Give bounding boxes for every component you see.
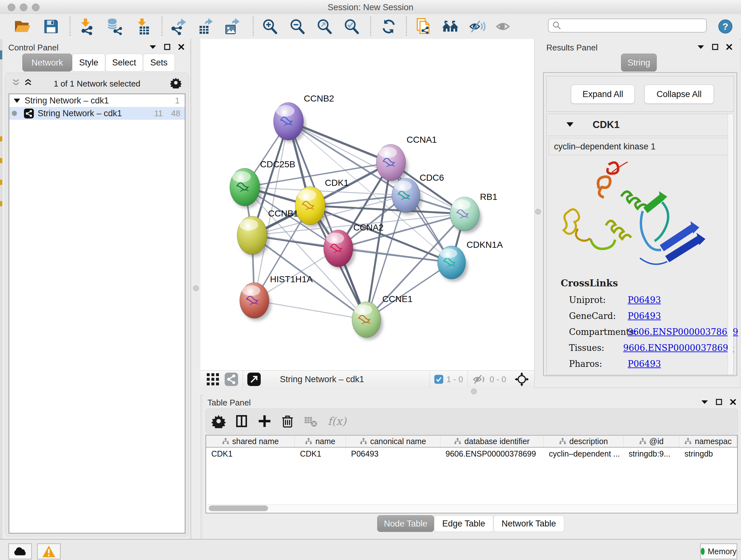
panel-close-icon[interactable] [178,44,185,51]
left-splitter[interactable] [191,39,201,539]
bottom-splitter-handle[interactable] [471,388,477,394]
apply-layout-button[interactable] [380,18,397,35]
result-card-header[interactable]: CDK1 [547,114,734,136]
detach-view-icon[interactable] [247,373,261,386]
tab-network[interactable]: Network [22,54,72,71]
table-cell[interactable]: CDK1 [295,448,346,460]
panel-float-icon[interactable] [164,44,171,51]
tab-sets[interactable]: Sets [143,54,175,71]
network-canvas[interactable]: CCNB2CCNA1CDC25BCDK1CDC6RB1CCNB1CCNA2CDK… [200,39,534,370]
network-graph[interactable]: CCNB2CCNA1CDC25BCDK1CDC6RB1CCNB1CCNA2CDK… [200,39,534,370]
column-header[interactable]: name [295,435,346,447]
help-button[interactable]: ? [717,18,734,35]
panel-collapse-icon[interactable] [697,44,704,50]
zoom-selected-button[interactable] [343,18,360,35]
save-session-button[interactable] [43,18,60,35]
bottom-splitter[interactable] [200,388,741,395]
delete-column-icon[interactable] [280,414,294,428]
table-hscrollbar-track[interactable] [207,504,737,512]
network-node[interactable]: RB1 [450,192,497,233]
column-header[interactable]: shared name [206,435,295,447]
column-header[interactable]: namespac [679,435,737,447]
zoom-in-button[interactable] [261,18,279,35]
crosslink-link[interactable]: 9606.ENSP00000378699 [628,327,738,337]
warnings-button[interactable] [37,543,61,559]
right-splitter[interactable] [534,39,542,388]
table-cell[interactable]: stringdb:9... [623,448,679,460]
show-all-button[interactable] [495,18,512,35]
memory-button[interactable]: Memory [700,543,737,559]
column-header[interactable]: description [544,435,623,447]
export-network-button[interactable] [170,18,187,35]
tab-style[interactable]: Style [72,54,105,71]
table-hscrollbar-thumb[interactable] [209,505,268,511]
crosslink-link[interactable]: P06493 [628,311,661,321]
toolbar-separator [406,17,407,36]
hidden-eye-icon[interactable] [472,374,486,385]
panel-collapse-icon[interactable] [149,44,157,50]
table-cell[interactable]: 9606.ENSP00000378699 [441,448,544,460]
show-columns-icon[interactable] [234,414,249,428]
cloud-status-button[interactable] [8,543,32,559]
table-cell[interactable]: CDK1 [206,448,295,460]
network-collection-row[interactable]: String Network – cdk1 1 [9,94,185,107]
first-neighbors-button[interactable] [442,18,459,35]
panel-collapse-icon[interactable] [701,399,709,405]
expand-collapse-box: Expand All Collapse All [546,76,734,112]
grid-view-icon[interactable] [207,373,219,385]
add-column-icon[interactable] [258,414,272,428]
panel-close-icon[interactable] [730,398,737,406]
network-row-selected[interactable]: String Network – cdk1 11 48 [9,107,185,120]
panel-float-icon[interactable] [712,44,719,51]
table-row[interactable]: CDK1CDK1P064939606.ENSP00000378699cyclin… [206,448,737,460]
collapse-all-button[interactable]: Collapse All [644,84,714,104]
tab-select[interactable]: Select [105,54,143,71]
network-node[interactable]: CCNB1 [237,208,298,257]
zoom-fit-button[interactable] [316,18,333,35]
network-node[interactable]: CDKN1A [437,240,503,282]
tab-network-table[interactable]: Network Table [493,515,564,532]
right-splitter-handle[interactable] [535,209,541,214]
tab-string[interactable]: String [621,54,657,71]
expand-all-button[interactable]: Expand All [571,84,635,104]
import-network-button[interactable] [78,18,95,35]
clone-network-button[interactable] [415,18,432,35]
birdseye-crosshair-icon[interactable] [515,372,529,387]
selected-checkbox-icon[interactable] [434,375,443,384]
network-node[interactable]: HIST1H1A [240,274,313,320]
column-header[interactable]: database identifier [441,435,544,447]
table-cell[interactable]: cyclin–dependent ... [544,448,623,460]
column-header[interactable]: canonical name [346,435,441,447]
zoom-out-button[interactable] [289,18,306,35]
table-settings-gear-icon[interactable] [212,414,226,428]
function-builder-button[interactable]: f(x) [328,415,346,428]
refresh-icon [381,18,397,35]
search-input[interactable] [564,21,706,30]
import-network-from-database-button[interactable] [106,18,123,35]
network-options-gear-icon[interactable] [170,77,182,88]
column-header-label: shared name [232,437,279,446]
crosslink-label: Pharos: [569,359,628,369]
export-table-button[interactable] [197,18,214,35]
crosslink-link[interactable]: 9606.ENSP00000378699 [623,343,734,353]
network-share-view-icon[interactable] [225,373,238,386]
crosslink-link[interactable]: P06493 [628,359,661,369]
table-cell[interactable]: P06493 [346,448,441,460]
hide-selected-button[interactable] [469,18,486,35]
results-scrollbar-track[interactable] [728,114,733,374]
tree-expander-icon[interactable] [14,99,20,103]
network-node[interactable]: CCNE1 [352,294,413,340]
crosslink-link[interactable]: P06493 [628,295,661,305]
panel-close-icon[interactable] [726,44,733,51]
open-session-button[interactable] [14,18,31,35]
delete-table-icon[interactable] [304,414,318,428]
panel-float-icon[interactable] [716,398,723,406]
collapse-triangle-icon[interactable] [566,122,574,127]
export-image-button[interactable] [224,18,241,35]
tab-edge-table[interactable]: Edge Table [434,515,493,532]
tab-node-table[interactable]: Node Table [377,515,434,532]
import-table-button[interactable] [134,18,151,35]
table-cell[interactable]: stringdb [679,448,737,460]
left-splitter-handle[interactable] [193,286,199,291]
column-header[interactable]: @id [623,435,679,447]
